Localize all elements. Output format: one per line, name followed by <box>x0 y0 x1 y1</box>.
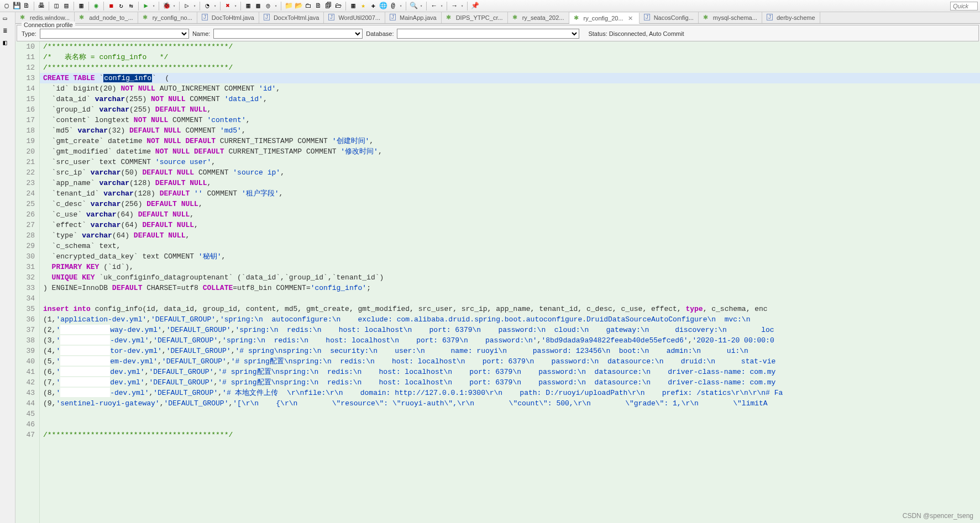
code-line[interactable]: `gmt_modified` datetime NOT NULL DEFAULT… <box>40 146 980 157</box>
code-line[interactable]: /***************************************… <box>40 430 980 440</box>
save-icon[interactable]: 💾 <box>12 2 21 10</box>
dropdown-icon[interactable]: ▾ <box>439 2 444 10</box>
grid-icon[interactable]: ▦ <box>349 2 358 10</box>
code-line[interactable]: `src_ip` varchar(50) DEFAULT NULL COMMEN… <box>40 167 980 178</box>
star-y-icon[interactable]: ★ <box>359 2 368 10</box>
editor-tab[interactable]: 🄹DocToHtml.java <box>197 12 259 23</box>
code-line[interactable]: (5,'em-dev.yml','DEFAULT_GROUP','# sprin… <box>40 356 980 367</box>
run-ext-icon[interactable]: ▷ <box>182 2 191 10</box>
globe-icon[interactable]: 🌐 <box>379 2 387 10</box>
run-circle-icon[interactable]: ◉ <box>92 2 101 10</box>
debug-icon[interactable]: 🐞 <box>162 2 171 10</box>
editor-tab[interactable]: ✱ry_config_20...✕ <box>569 13 640 24</box>
code-line[interactable]: CREATE TABLE `config_info` ( <box>40 73 980 83</box>
red-x-icon[interactable]: ✖ <box>223 2 232 10</box>
new-icon[interactable]: ▢ <box>2 2 11 10</box>
doc3-icon[interactable]: 🗐 <box>324 2 333 10</box>
circle-g-icon[interactable]: ◎ <box>264 2 272 10</box>
code-area[interactable]: /***************************************… <box>40 41 980 523</box>
code-line[interactable]: `c_schema` text, <box>40 241 980 251</box>
editor-tab[interactable]: ✱mysql-schema... <box>699 12 762 23</box>
dropdown-icon[interactable]: ▾ <box>233 2 238 10</box>
arrows-icon[interactable]: ⇆ <box>127 2 135 10</box>
sql-editor[interactable]: 1011121314151617181920212223242526272829… <box>15 41 980 523</box>
code-line[interactable] <box>40 293 980 304</box>
folder4-icon[interactable]: 🗁 <box>334 2 343 10</box>
code-line[interactable]: `src_user` text COMMENT 'source user', <box>40 157 980 167</box>
editor-tab[interactable]: 🄹NacosConfig... <box>640 12 699 23</box>
play-green-icon[interactable]: ▶ <box>142 2 150 10</box>
box-icon[interactable]: ◫ <box>52 2 61 10</box>
code-line[interactable]: (7,'dev.yml','DEFAULT_GROUP','# spring配置… <box>40 377 980 388</box>
code-line[interactable]: `encrypted_data_key` text COMMENT '秘钥', <box>40 251 980 262</box>
code-line[interactable]: `type` varchar(64) DEFAULT NULL, <box>40 230 980 241</box>
grid2-icon[interactable]: ▩ <box>254 2 263 10</box>
type-select[interactable] <box>40 29 189 39</box>
at-icon[interactable]: @ <box>389 2 397 10</box>
marker-icon[interactable]: ◧ <box>3 39 12 47</box>
grid1-icon[interactable]: ▦ <box>244 2 253 10</box>
code-line[interactable]: `effect` varchar(64) DEFAULT NULL, <box>40 220 980 230</box>
code-line[interactable]: (6,'dev.yml','DEFAULT_GROUP','# spring配置… <box>40 367 980 377</box>
restore-icon[interactable]: ▭ <box>3 14 12 23</box>
code-line[interactable]: `app_name` varchar(128) DEFAULT NULL, <box>40 178 980 188</box>
folder2-icon[interactable]: 📂 <box>294 2 303 10</box>
editor-tab[interactable]: 🄹DocxToHtml.java <box>259 12 324 23</box>
dropdown-icon[interactable]: ▾ <box>192 2 197 10</box>
quick-search-input[interactable] <box>950 2 978 10</box>
dropdown-icon[interactable]: ▾ <box>151 2 156 10</box>
editor-tab[interactable]: 🄹MainApp.java <box>385 12 442 23</box>
code-line[interactable]: `c_use` varchar(64) DEFAULT NULL, <box>40 209 980 220</box>
pkg-icon[interactable]: ▦ <box>77 2 86 10</box>
search-icon[interactable]: 🔍 <box>409 2 418 10</box>
code-line[interactable]: `tenant_id` varchar(128) DEFAULT '' COMM… <box>40 188 980 199</box>
code-line[interactable]: (2,'way-dev.yml','DEFAULT_GROUP','spring… <box>40 325 980 335</box>
editor-tab[interactable]: ✱DIPS_YTPC_cr... <box>442 12 508 23</box>
code-line[interactable]: (8,'-dev.yml','DEFAULT_GROUP','# 本地文件上传 … <box>40 388 980 398</box>
editor-tab[interactable]: 🄹derby-scheme <box>762 12 820 23</box>
code-line[interactable]: `id` bigint(20) NOT NULL AUTO_INCREMENT … <box>40 83 980 94</box>
name-select[interactable] <box>213 29 363 39</box>
code-line[interactable]: insert into config_info(id, data_id, gro… <box>40 304 980 314</box>
save-all-icon[interactable]: 🗎 <box>22 2 31 10</box>
editor-tab[interactable]: 🄹WordUtil2007... <box>324 12 385 23</box>
code-line[interactable]: PRIMARY KEY (`id`), <box>40 262 980 272</box>
stop-icon[interactable]: ◼ <box>107 2 116 10</box>
code-line[interactable]: `md5` varchar(32) DEFAULT NULL COMMENT '… <box>40 125 980 136</box>
dropdown-icon[interactable]: ▾ <box>213 2 217 10</box>
folder1-icon[interactable]: 📁 <box>284 2 293 10</box>
dropdown-icon[interactable]: ▾ <box>399 2 403 10</box>
close-icon[interactable]: ✕ <box>628 15 635 22</box>
dropdown-icon[interactable]: ▾ <box>419 2 423 10</box>
code-line[interactable]: (3,'-dev.yml','DEFAULT_GROUP','spring:\n… <box>40 335 980 346</box>
code-line[interactable]: /***************************************… <box>40 41 980 52</box>
dropdown-icon[interactable]: ▾ <box>460 2 464 10</box>
code-line[interactable]: /* 表名称 = config_info */ <box>40 52 980 62</box>
fwd-icon[interactable]: → <box>450 2 459 10</box>
code-line[interactable]: `gmt_create` datetime NOT NULL DEFAULT C… <box>40 136 980 146</box>
editor-tab[interactable]: ✱add_node_to_... <box>75 12 138 23</box>
editor-tab[interactable]: ✱ry_config_no... <box>138 12 197 23</box>
code-line[interactable]: `data_id` varchar(255) NOT NULL COMMENT … <box>40 94 980 104</box>
folder3-icon[interactable]: 🗀 <box>304 2 313 10</box>
dropdown-icon[interactable]: ▾ <box>274 2 278 10</box>
code-line[interactable]: (1,'application-dev.yml','DEFAULT_GROUP'… <box>40 314 980 325</box>
code-line[interactable]: UNIQUE KEY `uk_configinfo_datagrouptenan… <box>40 272 980 283</box>
print-icon[interactable]: 🖶 <box>37 2 46 10</box>
doc2-icon[interactable]: 🗎 <box>314 2 323 10</box>
refresh-icon[interactable]: ↻ <box>117 2 125 10</box>
code-line[interactable] <box>40 409 980 419</box>
outline-icon[interactable]: ≣ <box>3 27 12 35</box>
code-line[interactable]: `c_desc` varchar(256) DEFAULT NULL, <box>40 199 980 209</box>
code-line[interactable] <box>40 419 980 430</box>
editor-tab[interactable]: ✱ry_seata_202... <box>508 12 569 23</box>
pin-icon[interactable]: 📌 <box>470 2 479 10</box>
doc-icon[interactable]: ▤ <box>62 2 71 10</box>
dropdown-icon[interactable]: ▾ <box>172 2 176 10</box>
code-line[interactable]: `content` longtext NOT NULL COMMENT 'con… <box>40 115 980 125</box>
code-line[interactable]: (9,'sentinel-ruoyi-gateway','DEFAULT_GRO… <box>40 398 980 409</box>
code-line[interactable]: /***************************************… <box>40 62 980 73</box>
profile-icon[interactable]: ◔ <box>203 2 212 10</box>
database-select[interactable] <box>397 29 579 39</box>
code-line[interactable]: `group_id` varchar(255) DEFAULT NULL, <box>40 104 980 115</box>
